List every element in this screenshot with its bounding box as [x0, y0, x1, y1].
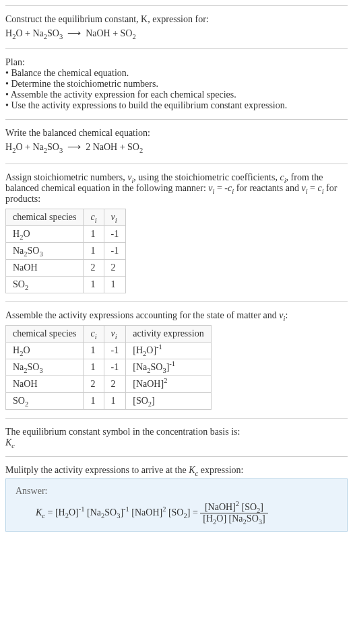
plan-item-3: • Assemble the activity expression for e…: [5, 90, 348, 100]
cell: 2: [84, 376, 104, 393]
symbol-section: The equilibrium constant symbol in the c…: [5, 418, 348, 456]
plan-item-1: • Balance the chemical equation.: [5, 68, 348, 79]
kc-symbol: Kc: [5, 437, 348, 448]
plan-item-4: • Use the activity expressions to build …: [5, 100, 348, 111]
cell: 1: [104, 393, 126, 410]
cell: SO2: [6, 277, 84, 293]
prompt-title: Construct the equilibrium constant, K, e…: [5, 14, 348, 25]
cell: 2: [104, 376, 126, 393]
stoich-table: chemical species ci νi H2O1-1 Na2SO31-1 …: [5, 209, 126, 293]
assign-text: Assign stoichiometric numbers, νi, using…: [5, 172, 348, 205]
cell: [NaOH]2: [126, 376, 211, 393]
table-row: Na2SO31-1[Na2SO3]-1: [6, 359, 212, 376]
table-row: SO211: [6, 277, 126, 293]
assign-b: , using the stoichiometric coefficients,: [133, 172, 280, 182]
cell: H2O: [6, 343, 84, 359]
cell: -1: [104, 343, 126, 359]
answer-box: Answer: Kc = [H2O]-1 [Na2SO3]-1 [NaOH]2 …: [5, 478, 348, 532]
balanced-heading: Write the balanced chemical equation:: [5, 128, 348, 139]
kc-numerator: [NaOH]2 [SO2]: [200, 502, 267, 513]
cell: -1: [104, 359, 126, 376]
balanced-section: Write the balanced chemical equation: H2…: [5, 119, 348, 164]
cell: 2: [104, 260, 126, 277]
th-activity: activity expression: [126, 326, 211, 343]
cell: 2: [84, 260, 104, 277]
multiply-text: Mulitply the activity expressions to arr…: [5, 465, 348, 476]
cell: 1: [84, 243, 104, 260]
assemble-section: Assemble the activity expressions accoun…: [5, 301, 348, 418]
symbol-text: The equilibrium constant symbol in the c…: [5, 427, 348, 437]
table-row: H2O1-1[H2O]-1: [6, 343, 212, 359]
cell: 1: [104, 277, 126, 293]
th-ci: ci: [84, 209, 104, 226]
cell: [SO2]: [126, 393, 211, 410]
table-row: SO211[SO2]: [6, 393, 212, 410]
prompt-section: Construct the equilibrium constant, K, e…: [5, 5, 348, 48]
activity-table: chemical species ci νi activity expressi…: [5, 325, 212, 410]
prompt-text-a: Construct the equilibrium constant, K, e…: [5, 14, 209, 24]
cell: Na2SO3: [6, 359, 84, 376]
plan-section: Plan: • Balance the chemical equation. •…: [5, 48, 348, 119]
answer-label: Answer:: [15, 486, 338, 497]
assign-section: Assign stoichiometric numbers, νi, using…: [5, 164, 348, 301]
plan-item-2-text: Determine the stoichiometric numbers.: [11, 79, 158, 89]
cell: -1: [104, 243, 126, 260]
plan-item-1-text: Balance the chemical equation.: [11, 68, 129, 78]
table-row: NaOH22[NaOH]2: [6, 376, 212, 393]
kc-expression: Kc = [H2O]-1 [Na2SO3]-1 [NaOH]2 [SO2] = …: [15, 502, 338, 524]
plan-heading: Plan:: [5, 57, 348, 68]
cell: NaOH: [6, 260, 84, 277]
assign-a: Assign stoichiometric numbers,: [5, 172, 127, 182]
kc-denominator: [H2O] [Na2SO3]: [200, 513, 267, 524]
th-vi: νi: [104, 326, 126, 343]
table-row: H2O1-1: [6, 226, 126, 243]
cell: -1: [104, 226, 126, 243]
assemble-text: Assemble the activity expressions accoun…: [5, 310, 348, 321]
th-vi: νi: [104, 209, 126, 226]
cell: NaOH: [6, 376, 84, 393]
table-header-row: chemical species ci νi: [6, 209, 126, 226]
plan-item-2: • Determine the stoichiometric numbers.: [5, 79, 348, 90]
cell: H2O: [6, 226, 84, 243]
cell: 1: [84, 226, 104, 243]
cell: 1: [84, 343, 104, 359]
cell: 1: [84, 359, 104, 376]
table-header-row: chemical species ci νi activity expressi…: [6, 326, 212, 343]
unbalanced-equation: H2O + Na2SO3 ⟶ NaOH + SO2: [5, 28, 348, 39]
th-species: chemical species: [6, 326, 84, 343]
th-ci: ci: [84, 326, 104, 343]
multiply-section: Mulitply the activity expressions to arr…: [5, 456, 348, 540]
plan-item-3-text: Assemble the activity expression for eac…: [11, 90, 236, 100]
plan-item-4-text: Use the activity expressions to build th…: [11, 100, 287, 110]
cell: SO2: [6, 393, 84, 410]
cell: 1: [84, 393, 104, 410]
cell: [Na2SO3]-1: [126, 359, 211, 376]
cell: 1: [84, 277, 104, 293]
kc-fraction: [NaOH]2 [SO2] [H2O] [Na2SO3]: [200, 502, 267, 524]
cell: [H2O]-1: [126, 343, 211, 359]
assign-d: for reactants and: [234, 183, 301, 193]
table-row: NaOH22: [6, 260, 126, 277]
table-row: Na2SO31-1: [6, 243, 126, 260]
th-species: chemical species: [6, 209, 84, 226]
cell: Na2SO3: [6, 243, 84, 260]
balanced-equation: H2O + Na2SO3 ⟶ 2 NaOH + SO2: [5, 141, 348, 153]
